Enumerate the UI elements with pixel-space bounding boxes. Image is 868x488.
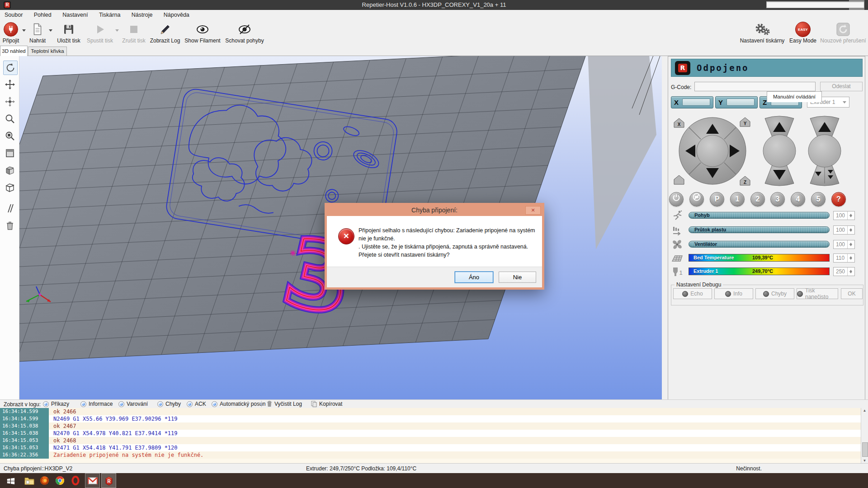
- home-x-button[interactable]: X: [674, 118, 684, 127]
- preset-5-button[interactable]: 5: [811, 192, 826, 206]
- show-filament-button[interactable]: Show Filament: [184, 22, 222, 44]
- taskbar-chrome[interactable]: [52, 473, 67, 488]
- tab-manual-control[interactable]: Manuální ovládání: [767, 91, 822, 102]
- spinner-arrows-icon[interactable]: [847, 211, 854, 220]
- easy-mode-button[interactable]: EASY Easy Mode: [788, 22, 817, 44]
- park-button[interactable]: P: [710, 192, 724, 206]
- start-button[interactable]: [2, 473, 20, 488]
- help-button[interactable]: ?: [831, 192, 846, 206]
- svg-text:Z: Z: [744, 180, 746, 185]
- xy-jog-pad[interactable]: [679, 117, 746, 184]
- log-toggle-autoscroll[interactable]: Automatický posun: [212, 400, 265, 408]
- extruder-icon: 1: [671, 266, 684, 279]
- dialog-close-button[interactable]: ✕: [525, 206, 541, 215]
- log-toggle-commands[interactable]: Příkazy: [43, 400, 69, 408]
- menu-nastaveni[interactable]: Nastavení: [58, 10, 92, 20]
- connect-button[interactable]: Připojit: [1, 22, 21, 44]
- spinner-arrows-icon[interactable]: [847, 226, 854, 234]
- tab-3d-view[interactable]: 3D náhled: [0, 46, 28, 56]
- jog-controls[interactable]: X Y Z: [671, 111, 865, 192]
- send-gcode-button[interactable]: Odeslat: [820, 82, 863, 91]
- save-print-button[interactable]: Uložit tisk: [53, 22, 84, 44]
- load-dropdown-arrow[interactable]: [49, 29, 52, 33]
- menu-pohled[interactable]: Pohled: [29, 10, 56, 20]
- rotate-view-tool[interactable]: [3, 61, 18, 75]
- preset-4-button[interactable]: 4: [791, 192, 805, 206]
- eye-slash-icon: [238, 24, 251, 35]
- file-explorer-icon: [24, 476, 34, 485]
- flow-value[interactable]: 100: [833, 225, 855, 235]
- toggle-dot-icon: [725, 291, 731, 297]
- home-z-button[interactable]: Z: [740, 176, 750, 185]
- debug-info-button[interactable]: Info: [714, 288, 753, 299]
- fan-value[interactable]: 100: [833, 240, 855, 249]
- log-scrollbar[interactable]: ▲▼: [861, 408, 868, 463]
- clear-log-button[interactable]: Vyčistit Log: [267, 400, 302, 408]
- speed-icon: [671, 209, 684, 222]
- printer-settings-button[interactable]: Nastavení tiskárny: [737, 22, 788, 44]
- extruder-temperature-bar[interactable]: Extruder 1 249,70°C: [689, 267, 830, 275]
- zoom-tool[interactable]: [3, 112, 17, 126]
- svg-text:Y: Y: [744, 121, 747, 126]
- copy-log-button[interactable]: Kopírovat: [311, 400, 342, 408]
- taskbar-repetier[interactable]: R: [101, 473, 116, 488]
- taskbar-explorer[interactable]: [22, 473, 37, 488]
- menu-soubor[interactable]: Soubor: [0, 10, 27, 20]
- gcode-input[interactable]: [694, 82, 816, 91]
- bed-temperature-bar[interactable]: Bed Temperature 109,39°C: [689, 254, 830, 262]
- debug-echo-button[interactable]: Echo: [673, 288, 712, 299]
- log-toggle-info[interactable]: Informace: [80, 400, 113, 408]
- menu-tiskarna[interactable]: Tiskárna: [94, 10, 125, 20]
- bed-target-value[interactable]: 110: [833, 253, 855, 263]
- extruder-target-value[interactable]: 250: [833, 267, 855, 276]
- show-log-button[interactable]: Zobrazit Log: [147, 22, 183, 44]
- perspective-view-tool[interactable]: [3, 181, 17, 194]
- repetier-host-window: { "window": { "title": "Repetier-Host V1…: [0, 0, 868, 488]
- preset-3-button[interactable]: 3: [770, 192, 785, 206]
- spinner-arrows-icon[interactable]: [847, 240, 854, 249]
- cancel-print-button[interactable]: Zrušit tisk: [120, 22, 148, 44]
- front-view-tool[interactable]: [3, 146, 17, 160]
- move-object-tool[interactable]: [3, 78, 17, 91]
- fan-slider[interactable]: Ventilátor: [689, 241, 830, 248]
- tab-temp-curve[interactable]: Teplotní křivka: [28, 47, 67, 56]
- zoom-region-tool[interactable]: [3, 129, 17, 143]
- speed-slider[interactable]: Pohyb: [689, 212, 830, 219]
- document-icon: [32, 23, 43, 36]
- toggle-ball-icon: [187, 401, 193, 407]
- log-toggle-ack[interactable]: ACK: [187, 400, 206, 408]
- menu-nastroje[interactable]: Nástroje: [127, 10, 157, 20]
- speed-value[interactable]: 100: [833, 211, 855, 220]
- delete-object-tool[interactable]: [3, 219, 17, 232]
- taskbar-opera[interactable]: [68, 473, 83, 488]
- debug-dryrun-button[interactable]: Tisk nanečisto: [797, 288, 838, 299]
- preset-2-button[interactable]: 2: [750, 192, 765, 206]
- home-y-button[interactable]: Y: [740, 117, 750, 127]
- debug-ok-button[interactable]: OK: [841, 288, 863, 299]
- menu-napoveda[interactable]: Nápověda: [159, 10, 194, 20]
- z-jog-control[interactable]: [763, 116, 796, 186]
- spinner-arrows-icon[interactable]: [847, 254, 854, 262]
- dialog-yes-button[interactable]: Áno: [455, 272, 493, 283]
- debug-errors-button[interactable]: Chyby: [755, 288, 794, 299]
- iso-view-tool[interactable]: [3, 164, 17, 177]
- preset-1-button[interactable]: 1: [730, 192, 745, 206]
- log-toggle-warnings[interactable]: Varování: [118, 400, 148, 408]
- dialog-no-button[interactable]: Nie: [499, 272, 536, 283]
- emergency-stop-button[interactable]: Nouzové přerušení: [819, 22, 867, 44]
- spinner-arrows-icon[interactable]: [847, 267, 854, 276]
- load-button[interactable]: Nahrát: [27, 22, 48, 44]
- hide-travel-button[interactable]: Schovat pohyby: [222, 22, 267, 44]
- parallel-projection-tool[interactable]: [3, 202, 17, 215]
- flow-slider[interactable]: Průtok plastu: [689, 226, 830, 233]
- home-all-button[interactable]: [674, 175, 684, 184]
- taskbar-mail[interactable]: [85, 473, 100, 488]
- power-button[interactable]: [669, 192, 684, 206]
- log-toggle-errors[interactable]: Chyby: [157, 400, 181, 408]
- atx-off-button[interactable]: [689, 192, 704, 206]
- extruder-jog-control[interactable]: [808, 116, 841, 186]
- taskbar-firefox[interactable]: [37, 473, 52, 488]
- start-print-button[interactable]: Spustit tisk: [85, 22, 114, 44]
- move-viewpoint-tool[interactable]: [3, 95, 17, 108]
- connect-dropdown-arrow[interactable]: [22, 29, 26, 33]
